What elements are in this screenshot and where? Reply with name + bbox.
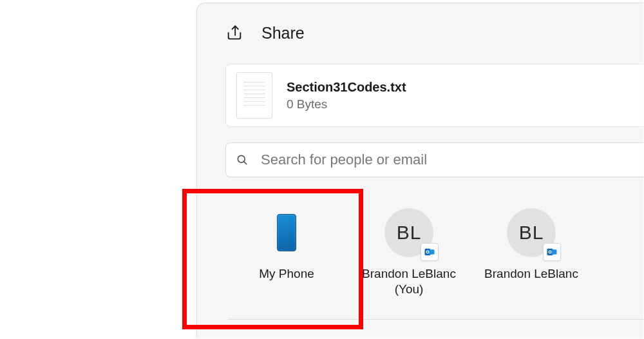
target-label: Brandon LeBlanc (You) xyxy=(361,266,457,297)
avatar-initials: BL xyxy=(519,222,544,244)
svg-point-5 xyxy=(427,251,428,253)
section-divider xyxy=(228,319,643,320)
share-targets-row: My Phone BL Brandon LeBlanc (You) xyxy=(225,208,643,297)
outlook-icon xyxy=(421,243,439,261)
share-target-my-phone[interactable]: My Phone xyxy=(238,208,335,282)
file-card[interactable]: Section31Codes.txt 0 Bytes xyxy=(225,64,643,127)
svg-rect-7 xyxy=(551,249,557,255)
share-icon xyxy=(225,24,243,42)
file-document-icon xyxy=(236,72,272,119)
target-label: Brandon LeBlanc xyxy=(484,266,578,282)
search-input[interactable] xyxy=(260,151,634,169)
file-size: 0 Bytes xyxy=(287,97,406,111)
svg-point-9 xyxy=(549,251,551,253)
search-icon xyxy=(235,153,249,167)
search-bar[interactable] xyxy=(225,142,643,177)
panel-header: Share xyxy=(225,3,643,59)
panel-inner: Share Section31Codes.txt 0 Bytes xyxy=(197,3,643,320)
file-meta: Section31Codes.txt 0 Bytes xyxy=(287,80,406,111)
file-name: Section31Codes.txt xyxy=(287,80,406,95)
svg-rect-3 xyxy=(429,249,435,255)
share-target-contact[interactable]: BL Brandon LeBlanc xyxy=(483,208,580,282)
share-target-contact-you[interactable]: BL Brandon LeBlanc (You) xyxy=(361,208,457,297)
avatar-initials: BL xyxy=(397,222,422,244)
share-panel: Share Section31Codes.txt 0 Bytes xyxy=(196,3,643,338)
outlook-icon xyxy=(543,243,561,261)
phone-icon xyxy=(262,208,311,257)
target-label: My Phone xyxy=(259,266,314,282)
avatar: BL xyxy=(384,208,433,257)
avatar: BL xyxy=(507,208,556,257)
panel-title: Share xyxy=(261,24,305,43)
svg-line-1 xyxy=(244,162,247,164)
